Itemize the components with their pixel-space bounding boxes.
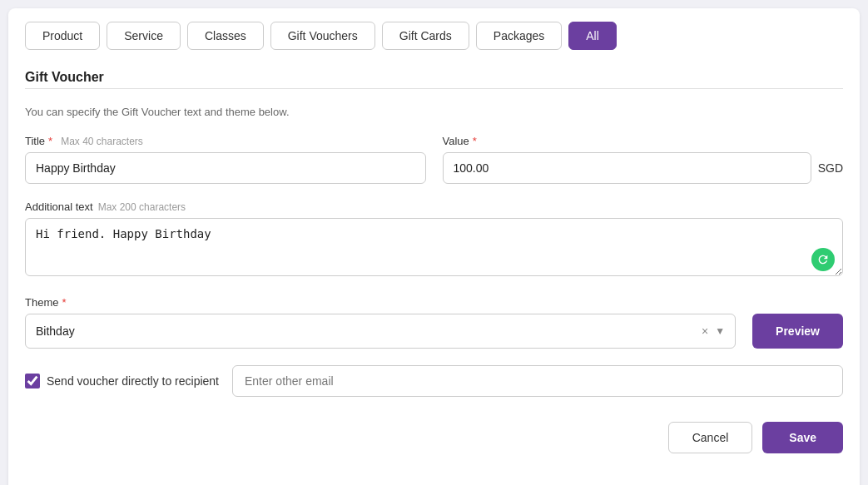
main-container: Product Service Classes Gift Vouchers Gi…: [8, 8, 860, 485]
section-title: Gift Voucher: [25, 70, 843, 85]
tab-bar: Product Service Classes Gift Vouchers Gi…: [25, 22, 843, 50]
send-checkbox-label[interactable]: Send voucher directly to recipient: [25, 374, 219, 388]
theme-row: Theme* Bithday × ▼ Preview: [25, 296, 843, 349]
section-description: You can specify the Gift Voucher text an…: [25, 106, 843, 118]
additional-label: Additional text: [25, 200, 93, 213]
currency-label: SGD: [818, 161, 843, 175]
theme-select-value: Bithday: [36, 324, 700, 338]
additional-label-row: Additional text Max 200 characters: [25, 200, 843, 213]
theme-label: Theme*: [25, 296, 736, 309]
action-row: Cancel Save: [25, 422, 843, 453]
cancel-button[interactable]: Cancel: [668, 422, 753, 453]
tab-gift-vouchers[interactable]: Gift Vouchers: [270, 22, 375, 50]
value-input[interactable]: [443, 152, 811, 184]
tab-packages[interactable]: Packages: [476, 22, 562, 50]
value-wrapper: SGD: [443, 152, 844, 184]
refresh-icon[interactable]: [811, 248, 835, 271]
tab-gift-cards[interactable]: Gift Cards: [382, 22, 469, 50]
value-label: Value*: [443, 135, 844, 147]
additional-text-group: Additional text Max 200 characters Hi fr…: [25, 200, 843, 280]
tab-classes[interactable]: Classes: [187, 22, 264, 50]
title-group: Title* Max 40 characters: [25, 135, 426, 184]
tab-product[interactable]: Product: [25, 22, 100, 50]
theme-group: Theme* Bithday × ▼: [25, 296, 736, 349]
email-input[interactable]: [232, 365, 843, 397]
send-checkbox[interactable]: [25, 374, 40, 388]
section-header: Gift Voucher You can specify the Gift Vo…: [25, 70, 843, 118]
value-group: Value* SGD: [443, 135, 844, 184]
title-hint: Max 40 characters: [61, 136, 143, 147]
title-input[interactable]: [25, 152, 426, 184]
save-button[interactable]: Save: [762, 422, 843, 453]
preview-button[interactable]: Preview: [752, 314, 843, 349]
title-label: Title* Max 40 characters: [25, 135, 426, 147]
additional-hint: Max 200 characters: [98, 201, 186, 213]
tab-all[interactable]: All: [568, 22, 617, 50]
theme-select[interactable]: Bithday × ▼: [25, 314, 736, 349]
send-voucher-row: Send voucher directly to recipient: [25, 365, 843, 397]
theme-select-actions: × ▼: [700, 324, 725, 338]
additional-textarea[interactable]: Hi friend. Happy Birthday: [25, 218, 843, 276]
title-value-row: Title* Max 40 characters Value* SGD: [25, 135, 843, 184]
additional-textarea-wrapper: Hi friend. Happy Birthday: [25, 218, 843, 280]
clear-theme-icon[interactable]: ×: [700, 324, 710, 338]
chevron-down-icon: ▼: [715, 325, 725, 337]
tab-service[interactable]: Service: [107, 22, 181, 50]
send-label-text: Send voucher directly to recipient: [47, 374, 219, 388]
